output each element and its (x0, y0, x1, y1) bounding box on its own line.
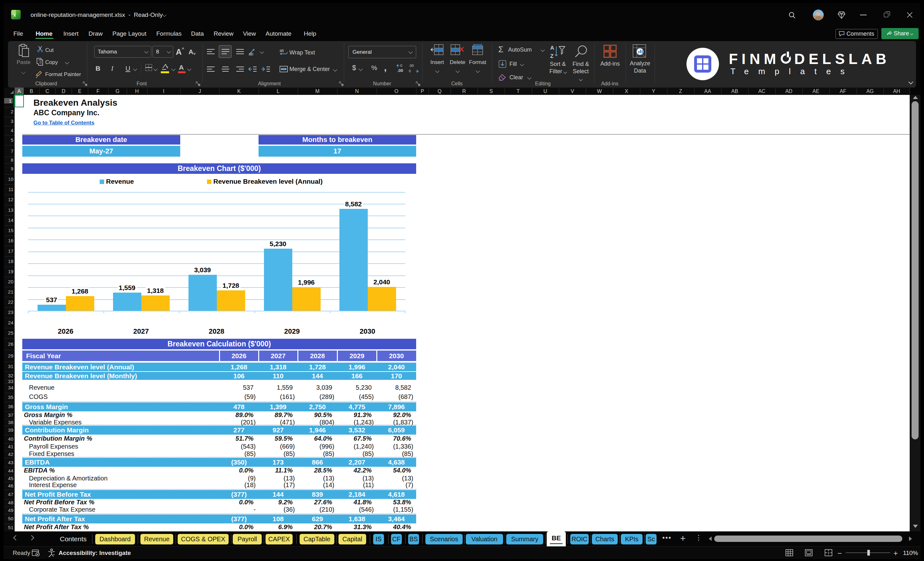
svg-text:A: A (550, 45, 554, 51)
svg-text:.00: .00 (398, 68, 403, 73)
svg-text:Z: Z (550, 53, 554, 59)
svg-text:ab: ab (249, 52, 253, 56)
svg-text:0: 0 (409, 69, 411, 73)
svg-text:ab: ab (279, 48, 284, 53)
svg-text:0: 0 (400, 64, 402, 68)
svg-text:.00: .00 (409, 64, 414, 68)
